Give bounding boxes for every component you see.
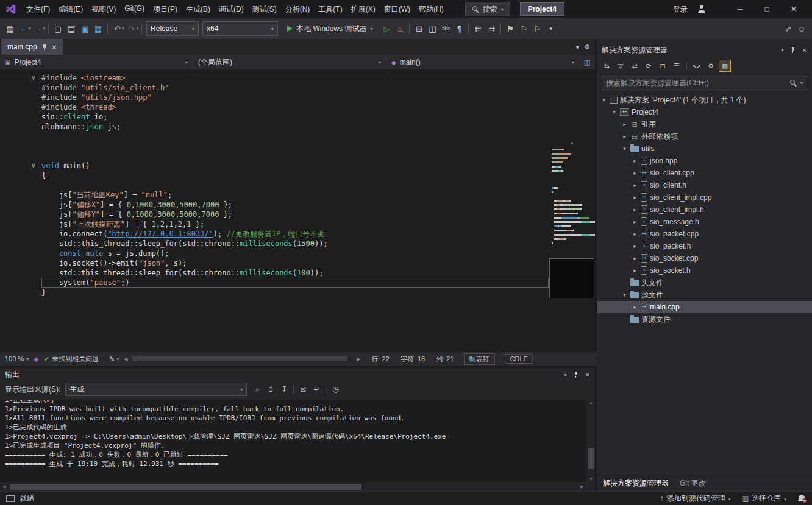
- title-search-box[interactable]: 搜索 ▾: [465, 2, 510, 16]
- switch-views-icon[interactable]: ⇆: [600, 60, 613, 72]
- minimap-scrollbar[interactable]: ▲ ▼: [549, 139, 595, 352]
- scroll-left-icon[interactable]: ◀: [124, 356, 127, 362]
- chevron-expanded-icon[interactable]: ▾: [621, 292, 628, 298]
- chevron-collapsed-icon[interactable]: ▸: [632, 170, 638, 176]
- select-repository-button[interactable]: ▥ 选择仓库 ▴: [742, 493, 786, 504]
- chevron-collapsed-icon[interactable]: ▸: [621, 133, 628, 139]
- whitespace-icon[interactable]: ¶: [452, 21, 466, 36]
- chevron-down-icon[interactable]: ▾: [782, 48, 784, 53]
- code-line[interactable]: std::this_thread::sleep_for(std::chrono:…: [0, 268, 549, 278]
- chevron-collapsed-icon[interactable]: ▸: [632, 182, 638, 188]
- scroll-right-icon[interactable]: ▶: [357, 356, 360, 362]
- tool-window-tab-2[interactable]: Git 更改: [680, 478, 706, 489]
- code-line[interactable]: #include "utils/json.hpp": [0, 93, 549, 102]
- output-panel-header[interactable]: 输出 ▾ ✕: [0, 368, 595, 381]
- output-log[interactable]: 1>正在生成代码1>Previous IPDB was built with i…: [0, 400, 586, 482]
- code-line[interactable]: ∨#include <iostream>: [0, 73, 549, 83]
- tabs-mode[interactable]: 制表符: [464, 353, 495, 365]
- chevron-collapsed-icon[interactable]: ▸: [632, 194, 638, 200]
- window-icon[interactable]: ⊞: [412, 21, 426, 36]
- menu-item-2[interactable]: 编辑(E): [54, 2, 87, 17]
- output-source-select[interactable]: 生成 ▾: [65, 383, 247, 396]
- maximize-button[interactable]: □: [753, 0, 780, 18]
- menu-item-6[interactable]: 生成(B): [182, 2, 215, 17]
- timestamp-clock-icon[interactable]: ◷: [330, 384, 341, 395]
- properties-icon[interactable]: ☰: [671, 60, 683, 72]
- chevron-collapsed-icon[interactable]: ▸: [621, 121, 628, 127]
- chevron-collapsed-icon[interactable]: ▸: [632, 243, 638, 249]
- code-line[interactable]: nlohmann::json js;: [0, 122, 549, 132]
- tree-item[interactable]: ▸⊟引用: [597, 118, 812, 130]
- prev-bookmark-icon[interactable]: ⚐: [517, 21, 530, 36]
- share-icon[interactable]: ⇗: [782, 21, 795, 36]
- chevron-collapsed-icon[interactable]: ▸: [632, 207, 638, 213]
- tree-item[interactable]: ▸▤外部依赖项: [597, 130, 812, 143]
- spell-check-icon[interactable]: abc: [439, 21, 452, 36]
- breadcrumb-project-dropdown[interactable]: ▣ Project4 ▾: [0, 55, 193, 69]
- issues-indicator[interactable]: ✔ 未找到相关问题: [44, 355, 99, 364]
- eol-mode[interactable]: CRLF: [505, 354, 533, 364]
- code-line[interactable]: js["上次触摸距离"] = { 1,2,1,2,1 };: [0, 219, 549, 229]
- code-line[interactable]: js["当前地图Key"] = "null";: [0, 190, 549, 200]
- close-button[interactable]: ✕: [780, 0, 807, 18]
- menu-item-4[interactable]: Git(G): [120, 2, 149, 17]
- menu-item-10[interactable]: 工具(T): [314, 2, 346, 17]
- code-editor[interactable]: ∨#include <iostream>#include "utils/sio_…: [0, 69, 595, 352]
- scroll-right-icon[interactable]: ▶: [581, 484, 584, 489]
- pending-changes-filter-icon[interactable]: ▽: [614, 60, 627, 72]
- code-line[interactable]: io.connect("http://127.0.0.1:8033/"); //…: [0, 229, 549, 239]
- code-line[interactable]: [0, 141, 549, 151]
- pin-icon[interactable]: [573, 371, 579, 378]
- code-line[interactable]: js["偏移Y"] = { 0,1000,3000,5000,7000 };: [0, 210, 549, 219]
- show-all-files-icon[interactable]: ▦: [719, 60, 731, 72]
- menu-item-12[interactable]: 窗口(W): [380, 2, 415, 17]
- more-options-icon[interactable]: ▾: [544, 21, 557, 36]
- chevron-collapsed-icon[interactable]: ▸: [632, 158, 638, 164]
- tree-item[interactable]: ▾源文件: [597, 289, 812, 301]
- code-line[interactable]: sio::client io;: [0, 112, 549, 122]
- scroll-left-icon[interactable]: ◀: [2, 484, 5, 489]
- code-line[interactable]: system("pause";): [0, 278, 549, 288]
- indent-increase-icon[interactable]: ⇉: [485, 21, 498, 36]
- scroll-up-icon[interactable]: ▲: [589, 401, 593, 405]
- code-line[interactable]: {: [0, 171, 549, 180]
- save-icon[interactable]: ▣: [78, 21, 91, 36]
- breadcrumb-scope-dropdown[interactable]: (全局范围) ▾: [193, 55, 386, 69]
- start-without-debugging-icon[interactable]: ▷: [380, 21, 393, 36]
- tree-item[interactable]: ▾++Project4: [597, 106, 812, 118]
- goto-next-message-icon[interactable]: ↧: [279, 384, 290, 395]
- bookmark-icon[interactable]: ⚑: [504, 21, 517, 36]
- open-file-icon[interactable]: ▤: [65, 21, 78, 36]
- close-icon[interactable]: ✕: [52, 44, 57, 51]
- menu-item-1[interactable]: 文件(F): [22, 2, 54, 17]
- tree-item[interactable]: ▸≡sio_client.h: [597, 179, 812, 191]
- code-cleanup-button[interactable]: ✎ ▾: [109, 355, 119, 363]
- chevron-collapsed-icon[interactable]: ▸: [632, 255, 638, 261]
- pin-icon[interactable]: [790, 46, 796, 54]
- menu-item-3[interactable]: 视图(V): [87, 2, 120, 17]
- close-icon[interactable]: ✕: [802, 47, 807, 54]
- sync-with-active-document-icon[interactable]: ⇄: [629, 60, 641, 72]
- code-line[interactable]: [0, 151, 549, 161]
- save-all-icon[interactable]: ▦: [91, 21, 105, 36]
- code-line[interactable]: js["偏移X"] = { 0,1000,3000,5000,7000 };: [0, 200, 549, 210]
- start-debugging-button[interactable]: 本地 Windows 调试器▾: [282, 21, 377, 36]
- breadcrumb-symbol-dropdown[interactable]: ◆ main() ▾: [386, 55, 579, 69]
- chevron-collapsed-icon[interactable]: ▸: [632, 219, 638, 225]
- scrollbar-thumb[interactable]: [10, 484, 361, 490]
- pin-icon[interactable]: [41, 43, 48, 51]
- scroll-down-icon[interactable]: ▼: [589, 477, 593, 481]
- add-to-source-control-button[interactable]: ↑ 添加到源代码管理 ▴: [660, 493, 731, 504]
- goto-prev-message-icon[interactable]: ↥: [265, 384, 276, 395]
- hot-reload-icon[interactable]: ♨: [393, 21, 407, 36]
- find-message-icon[interactable]: ⌕: [252, 384, 263, 395]
- chevron-collapsed-icon[interactable]: ▸: [632, 267, 638, 274]
- clear-all-icon[interactable]: ⊠: [297, 384, 308, 395]
- tab-main-cpp[interactable]: main.cpp ✕: [1, 39, 63, 55]
- code-line[interactable]: [0, 180, 549, 190]
- menu-item-5[interactable]: 项目(P): [149, 2, 182, 17]
- chevron-collapsed-icon[interactable]: ▸: [632, 304, 638, 310]
- collapse-all-icon[interactable]: ⊟: [657, 60, 669, 72]
- next-bookmark-icon[interactable]: ⚐: [530, 21, 544, 36]
- fold-indicator-icon[interactable]: ∨: [0, 73, 41, 83]
